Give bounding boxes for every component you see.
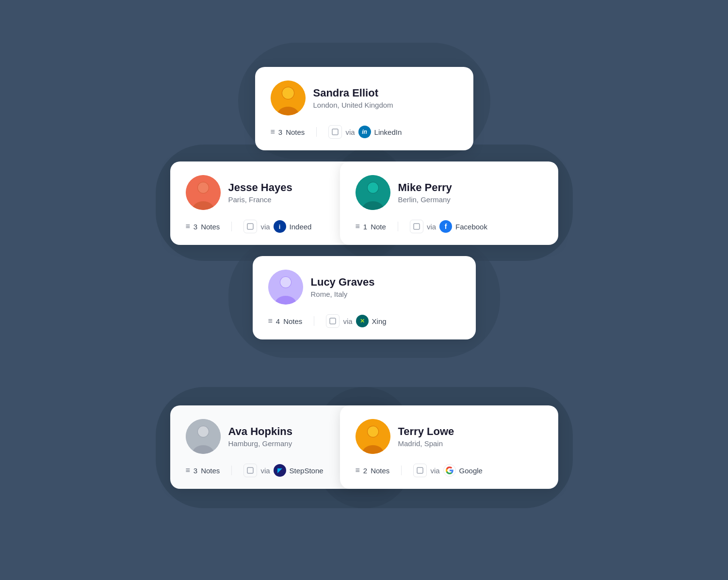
source-name-jesse: Indeed [290,223,312,231]
card-sandra[interactable]: Sandra Elliot London, United Kingdom ≡ 3… [255,67,473,150]
contacts-scene: Sandra Elliot London, United Kingdom ≡ 3… [146,48,582,532]
contact-location-mike: Berlin, Germany [398,195,452,204]
notes-count-lucy: 4 [276,317,280,325]
notes-count-ava: 3 [194,467,197,475]
card-header-terry: Terry Lowe Madrid, Spain [356,419,543,454]
svg-rect-24 [247,467,253,473]
svg-point-13 [368,182,378,193]
source-box-icon-lucy [326,314,340,328]
notes-label-jesse: Notes [201,223,220,231]
divider-ava [231,466,232,475]
source-sandra: via in LinkedIn [328,125,402,139]
notes-ava: ≡ 3 Notes [186,466,220,475]
source-box-icon-mike [410,220,423,233]
source-name-terry: Google [459,467,483,475]
contact-location-jesse: Paris, France [228,195,292,204]
via-text-lucy: via [343,317,352,325]
card-header-lucy: Lucy Graves Rome, Italy [268,270,460,305]
card-meta-lucy: ≡ 4 Notes via ✕ Xing [268,314,460,328]
contact-name-lucy: Lucy Graves [311,276,375,289]
notes-icon-jesse: ≡ [186,222,190,231]
source-logo-jesse: i [274,220,286,233]
contact-location-sandra: London, United Kingdom [313,101,393,109]
card-meta-terry: ≡ 2 Notes via Goo [356,464,543,477]
notes-terry: ≡ 2 Notes [356,466,390,475]
source-logo-lucy: ✕ [356,315,369,327]
card-lucy[interactable]: Lucy Graves Rome, Italy ≡ 4 Notes via ✕ … [253,256,476,339]
contact-info-lucy: Lucy Graves Rome, Italy [311,276,375,298]
source-ava: via ◤ StepStone [243,464,323,477]
notes-icon-sandra: ≡ [271,128,275,136]
notes-label-ava: Notes [201,467,220,475]
notes-label-sandra: Notes [286,128,305,136]
source-name-sandra: LinkedIn [374,128,402,136]
source-box-icon-ava [243,464,257,477]
avatar-terry [356,419,390,454]
source-lucy: via ✕ Xing [326,314,386,328]
contact-name-ava: Ava Hopkins [228,425,292,438]
source-logo-terry [443,464,456,477]
contact-info-terry: Terry Lowe Madrid, Spain [398,425,454,448]
via-text-mike: via [427,223,436,231]
contact-location-terry: Madrid, Spain [398,439,454,448]
notes-lucy: ≡ 4 Notes [268,317,303,325]
source-name-lucy: Xing [372,317,387,325]
contact-info-mike: Mike Perry Berlin, Germany [398,181,452,204]
source-logo-mike: f [439,220,452,233]
card-meta-mike: ≡ 1 Note via f Facebook [356,220,543,233]
notes-count-terry: 2 [363,467,367,475]
contact-location-ava: Hamburg, Germany [228,439,292,448]
avatar-sandra [271,81,306,115]
source-name-mike: Facebook [455,223,487,231]
source-logo-ava: ◤ [274,464,286,477]
card-meta-sandra: ≡ 3 Notes via in LinkedIn [271,125,458,139]
svg-rect-19 [330,318,336,324]
via-text-terry: via [430,467,439,475]
avatar-lucy [268,270,303,305]
contact-info-sandra: Sandra Elliot London, United Kingdom [313,87,393,109]
via-text-jesse: via [260,223,270,231]
notes-count-mike: 1 [363,223,367,231]
avatar-jesse [186,175,221,210]
card-header-sandra: Sandra Elliot London, United Kingdom [271,81,458,115]
divider-lucy [314,316,314,326]
contact-info-jesse: Jesse Hayes Paris, France [228,181,292,204]
notes-jesse: ≡ 3 Notes [186,222,220,231]
notes-label-terry: Notes [371,467,389,475]
svg-point-18 [280,277,291,288]
source-terry: via Google [413,464,483,477]
notes-mike: ≡ 1 Note [356,222,386,231]
divider-terry [401,466,402,475]
avatar-ava [186,419,221,454]
avatar-mike [356,175,390,210]
svg-rect-4 [332,129,338,135]
notes-sandra: ≡ 3 Notes [271,128,305,136]
source-box-icon-jesse [243,220,257,233]
contact-location-lucy: Rome, Italy [311,290,375,298]
via-text-sandra: via [345,128,355,136]
via-text-ava: via [260,467,270,475]
source-jesse: via i Indeed [243,220,311,233]
contact-info-ava: Ava Hopkins Hamburg, Germany [228,425,292,448]
source-mike: via f Facebook [410,220,487,233]
svg-rect-29 [417,467,423,473]
notes-icon-mike: ≡ [356,222,360,231]
divider-jesse [231,222,232,231]
svg-rect-14 [414,224,420,229]
contact-name-sandra: Sandra Elliot [313,87,393,99]
card-terry[interactable]: Terry Lowe Madrid, Spain ≡ 2 Notes via [340,405,558,489]
divider-sandra [316,127,317,137]
source-logo-sandra: in [358,126,371,138]
contact-name-terry: Terry Lowe [398,425,454,438]
notes-label-mike: Note [371,223,386,231]
notes-count-jesse: 3 [194,223,197,231]
contact-name-jesse: Jesse Hayes [228,181,292,194]
card-mike[interactable]: Mike Perry Berlin, Germany ≡ 1 Note via … [340,161,558,245]
svg-point-8 [198,182,209,193]
notes-label-lucy: Notes [283,317,302,325]
divider-mike [398,222,398,231]
svg-point-3 [282,87,294,99]
source-box-icon-sandra [328,125,342,139]
source-box-icon-terry [413,464,427,477]
source-name-ava: StepStone [290,467,324,475]
